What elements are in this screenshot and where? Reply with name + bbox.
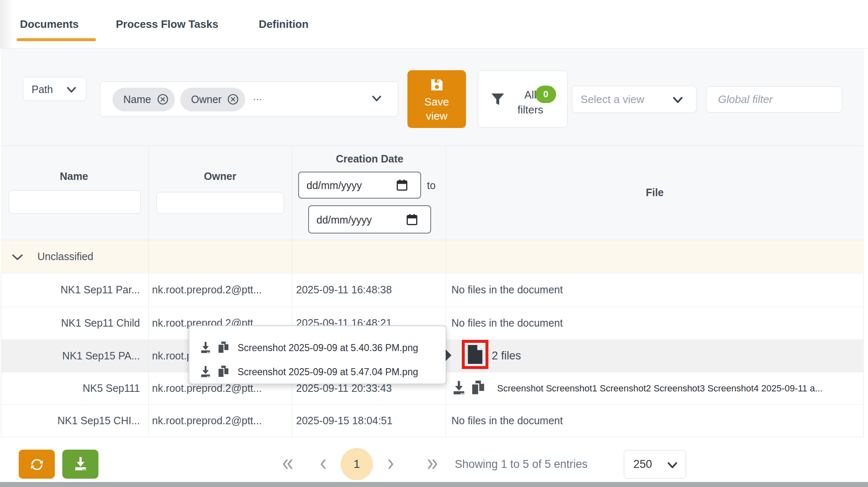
select-view-placeholder: Select a view: [581, 92, 644, 106]
annotation-highlight-box: [462, 340, 488, 369]
double-chevron-left-icon[interactable]: [280, 457, 295, 472]
export-download-button[interactable]: [62, 450, 98, 479]
all-filters-count-badge: 0: [535, 86, 556, 103]
creation-date-from-field[interactable]: dd/mm/yyyy: [298, 172, 421, 199]
copy-icon[interactable]: [471, 380, 485, 396]
chevron-down-icon: [66, 86, 77, 94]
row-divider: [1, 240, 864, 240]
funnel-icon: [491, 93, 505, 107]
documents-screen: Documents Process Flow Tasks Definition …: [0, 0, 868, 487]
window-bottom-edge: [0, 482, 868, 487]
active-tab-underline: [17, 38, 96, 41]
cell-name: NK1 Sep11 Par...: [9, 283, 140, 296]
path-dropdown-button[interactable]: Path: [23, 77, 86, 101]
cell-name: NK1 Sep15 PA...: [9, 349, 140, 362]
tooltip-file-name: Screenshot 2025-09-09 at 5.47.04 PM.png: [238, 366, 418, 378]
tab-documents[interactable]: Documents: [20, 17, 79, 32]
global-filter-input[interactable]: [706, 86, 842, 113]
cell-created: 2025-09-11 16:48:38: [296, 283, 392, 296]
download-tray-icon[interactable]: [199, 341, 212, 354]
page-size-select[interactable]: 250: [624, 450, 686, 479]
column-chips-multiselect[interactable]: Name Owner ...: [100, 81, 398, 117]
cell-name: NK1 Sep15 CHI...: [9, 414, 140, 427]
chevron-down-icon[interactable]: [12, 253, 23, 262]
chevron-down-icon[interactable]: [371, 94, 382, 103]
cell-name: NK5 Sep111: [9, 382, 140, 394]
cell-file: No files in the document: [451, 414, 563, 427]
page-size-value: 250: [633, 458, 652, 471]
chevron-right-icon[interactable]: [383, 457, 398, 472]
copy-icon[interactable]: [217, 365, 229, 378]
cell-owner: nk.root.preprod.2@ptt...: [152, 414, 262, 427]
double-chevron-right-icon[interactable]: [425, 457, 440, 472]
owner-filter-input[interactable]: [157, 192, 284, 214]
cell-owner: nk.root.preprod.2@ptt...: [152, 283, 262, 296]
date-range-separator: to: [427, 180, 436, 192]
floppy-icon: [429, 77, 444, 92]
chips-more-ellipsis: ...: [253, 90, 262, 103]
column-header-file: File: [446, 186, 864, 199]
calendar-icon[interactable]: [406, 213, 418, 226]
chip-owner[interactable]: Owner: [180, 88, 245, 111]
column-header-owner: Owner: [148, 170, 292, 183]
cell-file: No files in the document: [451, 317, 563, 329]
showing-entries-text: Showing 1 to 5 of 5 entries: [455, 457, 588, 471]
circle-x-icon[interactable]: [227, 93, 239, 106]
download-tray-icon: [73, 456, 88, 472]
cell-name: NK1 Sep11 Child: [9, 317, 140, 329]
row-divider: [1, 307, 864, 307]
name-filter-input[interactable]: [9, 190, 141, 214]
tab-definition[interactable]: Definition: [259, 17, 309, 32]
tab-process-flow-tasks[interactable]: Process Flow Tasks: [116, 17, 218, 32]
column-header-name: Name: [1, 170, 147, 183]
cell-created: 2025-09-15 18:04:51: [296, 414, 392, 427]
chip-name-label: Name: [123, 93, 151, 106]
chevron-left-icon[interactable]: [316, 457, 331, 472]
select-view-dropdown[interactable]: Select a view: [572, 86, 696, 113]
cell-file-names[interactable]: Screenshot Screenshot1 Screenshot2 Scree…: [497, 383, 823, 394]
cell-file: No files in the document: [451, 283, 563, 296]
all-filters-label-line2: filters: [510, 103, 551, 117]
chip-owner-label: Owner: [191, 93, 222, 106]
column-divider: [446, 145, 446, 437]
download-tray-icon[interactable]: [451, 380, 466, 396]
chevron-down-icon: [667, 461, 678, 470]
copy-icon[interactable]: [217, 341, 229, 354]
chip-name[interactable]: Name: [113, 88, 175, 111]
files-tooltip: Screenshot 2025-09-09 at 5.40.36 PM.png …: [189, 325, 446, 384]
calendar-icon[interactable]: [396, 179, 408, 192]
tooltip-file-name: Screenshot 2025-09-09 at 5.40.36 PM.png: [238, 342, 418, 354]
tooltip-arrow: [446, 349, 451, 361]
creation-date-to-field[interactable]: dd/mm/yyyy: [308, 205, 431, 234]
save-view-label-line1: Save: [407, 95, 466, 109]
save-view-button[interactable]: Save view: [407, 70, 466, 128]
date-to-placeholder: dd/mm/yyyy: [316, 214, 372, 226]
files-count-toggle[interactable]: 2 files: [492, 349, 521, 362]
group-label: Unclassified: [37, 250, 93, 263]
group-row-unclassified[interactable]: [1, 240, 864, 273]
refresh-button[interactable]: [19, 450, 55, 479]
current-page-button[interactable]: 1: [341, 448, 373, 480]
column-divider: [292, 145, 292, 437]
download-tray-icon[interactable]: [199, 365, 212, 379]
path-dropdown-label: Path: [32, 83, 53, 96]
row-divider: [1, 273, 864, 273]
circle-x-icon[interactable]: [157, 93, 169, 106]
save-view-label-line2: view: [407, 109, 466, 123]
column-divider: [148, 145, 149, 437]
all-filters-button[interactable]: All filters 0: [478, 71, 568, 128]
chevron-down-icon: [672, 96, 684, 104]
current-page-number: 1: [353, 457, 360, 470]
date-from-placeholder: dd/mm/yyyy: [306, 179, 362, 192]
row-divider: [1, 404, 864, 405]
column-header-creation-date: Creation Date: [296, 152, 443, 165]
refresh-icon: [29, 456, 45, 473]
